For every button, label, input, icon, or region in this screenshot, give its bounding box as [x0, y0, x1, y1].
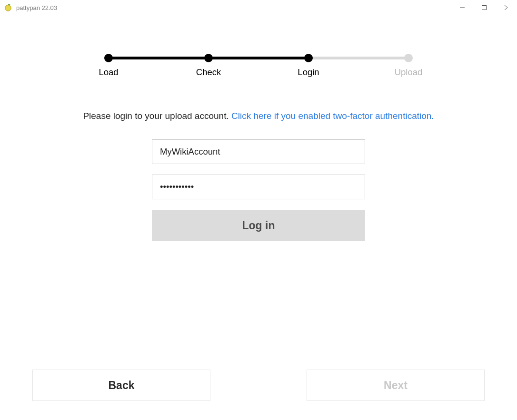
username-input[interactable] — [152, 139, 365, 164]
step-label-upload: Upload — [395, 67, 423, 78]
step-dot-check — [204, 54, 213, 62]
step-dot-upload — [404, 54, 413, 62]
overflow-button[interactable] — [495, 0, 517, 15]
bottom-nav: Back Next — [0, 370, 517, 401]
maximize-button[interactable] — [473, 0, 495, 15]
svg-point-1 — [9, 4, 10, 5]
two-factor-link[interactable]: Click here if you enabled two-factor aut… — [231, 111, 434, 121]
step-label-login: Login — [298, 67, 319, 78]
login-button[interactable]: Log in — [152, 210, 365, 241]
minimize-button[interactable] — [451, 0, 473, 15]
app-icon — [4, 3, 12, 12]
login-instruction: Please login to your upload account. Cli… — [83, 111, 434, 121]
titlebar: pattypan 22.03 — [0, 0, 517, 15]
step-dot-load — [104, 54, 113, 62]
next-button[interactable]: Next — [307, 370, 485, 401]
back-button[interactable]: Back — [32, 370, 210, 401]
svg-point-0 — [5, 5, 11, 11]
step-label-check: Check — [196, 67, 221, 78]
window-controls — [451, 0, 517, 15]
progress-stepper: Load Check Login Upload — [101, 45, 416, 74]
window-title: pattypan 22.03 — [16, 4, 57, 11]
instruction-text: Please login to your upload account. — [83, 111, 231, 121]
step-label-load: Load — [99, 67, 118, 78]
step-dot-login — [304, 54, 313, 62]
login-form: Log in — [152, 139, 365, 241]
password-input[interactable] — [152, 175, 365, 199]
svg-rect-3 — [482, 6, 487, 10]
